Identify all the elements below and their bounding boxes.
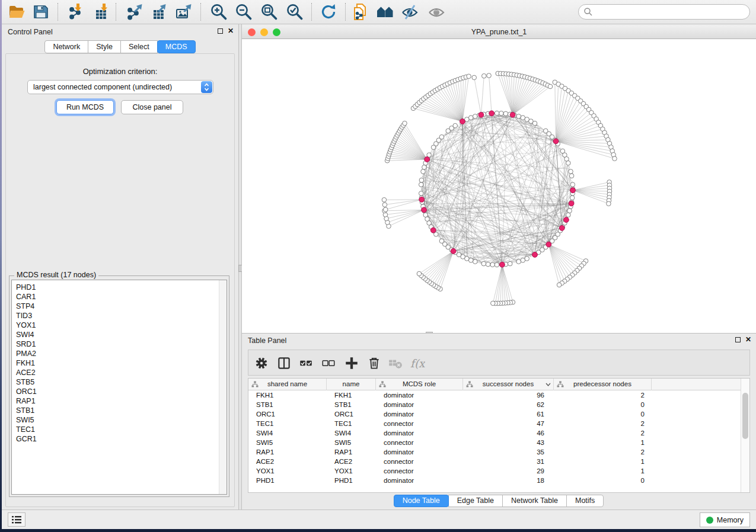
table-cell[interactable]: FKH1 [327,390,376,400]
mcds-result-item[interactable]: PHD1 [16,283,227,292]
export-network-icon[interactable] [125,2,143,21]
table-cell[interactable]: 43 [463,438,554,447]
table-cell[interactable]: YOX1 [248,466,327,476]
table-cell[interactable]: TEC1 [327,419,376,428]
table-cell[interactable]: dominator [376,400,463,409]
zoom-selected-icon[interactable] [285,2,304,21]
table-cell[interactable]: 35 [463,447,554,457]
delete-columns-icon[interactable] [366,355,382,371]
task-history-button[interactable] [8,512,25,527]
tab-mcds[interactable]: MCDS [157,40,196,53]
table-row[interactable]: TEC1TEC1connector472 [248,419,741,428]
hide-selected-icon[interactable] [400,2,419,21]
close-table-panel-icon[interactable]: ✕ [745,336,751,342]
table-cell[interactable]: dominator [376,447,463,457]
table-cell[interactable]: dominator [376,390,463,400]
table-cell[interactable]: 1 [554,438,652,447]
mcds-result-item[interactable]: SRD1 [16,339,227,349]
table-cell[interactable]: 2 [554,428,652,438]
table-cell[interactable]: RAP1 [327,447,376,457]
table-row[interactable]: SWI5SWI5connector431 [248,438,741,447]
select-all-icon[interactable] [298,355,314,371]
mcds-result-item[interactable]: RAP1 [16,396,227,406]
export-image-icon[interactable] [174,2,193,21]
table-cell[interactable]: 2 [554,419,652,428]
deselect-all-icon[interactable] [321,355,336,371]
mcds-result-item[interactable]: CAR1 [16,292,227,302]
add-column-icon[interactable] [344,355,359,371]
table-cell[interactable]: PHD1 [327,476,376,485]
table-cell[interactable]: connector [376,466,463,476]
import-table-icon[interactable] [91,2,110,21]
table-cell[interactable]: 29 [463,466,554,476]
close-panel-icon[interactable]: ✕ [228,28,234,34]
optimization-dropdown[interactable]: largest connected component (undirected) [27,80,213,94]
column-header-MCDS-role[interactable]: MCDS role [376,379,463,390]
table-mode-gear-icon[interactable] [254,355,269,371]
mcds-result-item[interactable]: ORC1 [16,387,227,396]
show-hidden-icon[interactable] [427,2,446,21]
column-header-successor-nodes[interactable]: successor nodes [463,379,554,390]
search-input[interactable] [578,4,750,20]
table-cell[interactable]: 62 [463,400,554,409]
table-cell[interactable]: TEC1 [248,419,327,428]
table-cell[interactable]: PHD1 [248,476,327,485]
table-cell[interactable]: RAP1 [248,447,327,457]
open-session-icon[interactable] [7,2,26,21]
save-session-icon[interactable] [31,2,50,21]
table-cell[interactable]: dominator [376,409,463,419]
table-cell[interactable]: dominator [376,476,463,485]
memory-button[interactable]: Memory [700,512,750,527]
table-cell[interactable]: SWI4 [327,428,376,438]
table-row[interactable]: ACE2ACE2connector311 [248,457,741,466]
table-cell[interactable]: 31 [463,457,554,466]
table-row[interactable]: SWI4SWI4dominator462 [248,428,741,438]
table-row[interactable]: STB1STB1dominator620 [248,400,741,409]
network-view[interactable] [242,39,756,333]
mcds-result-item[interactable]: SWI5 [16,415,227,425]
mcds-result-item[interactable]: PMA2 [16,349,227,358]
table-cell[interactable]: SWI4 [248,428,327,438]
table-cell[interactable]: 2 [554,390,652,400]
float-table-panel-icon[interactable] [735,337,741,342]
table-cell[interactable]: 1 [554,466,652,476]
table-cell[interactable]: ORC1 [327,409,376,419]
tab-edge-table[interactable]: Edge Table [448,495,503,507]
mcds-list-scrollbar[interactable] [219,280,227,494]
table-cell[interactable]: 47 [463,419,554,428]
search-field[interactable] [593,8,749,16]
table-row[interactable]: FKH1FKH1dominator962 [248,390,741,400]
zoom-fit-icon[interactable] [260,2,279,21]
mcds-result-item[interactable]: TEC1 [16,425,227,434]
table-cell[interactable]: STB1 [248,400,327,409]
network-window-titlebar[interactable]: YPA_prune.txt_1 [242,25,756,39]
column-header-predecessor-nodes[interactable]: predecessor nodes [554,379,652,390]
table-scrollbar-thumb[interactable] [742,393,748,439]
run-mcds-button[interactable]: Run MCDS [56,100,114,114]
refresh-icon[interactable] [319,2,338,21]
zoom-out-icon[interactable] [234,2,253,21]
table-row[interactable]: ORC1ORC1dominator610 [248,409,741,419]
table-cell[interactable]: 2 [554,447,652,457]
zoom-in-icon[interactable] [209,2,228,21]
tab-network-table[interactable]: Network Table [502,495,567,507]
mcds-result-item[interactable]: SWI4 [16,330,227,339]
mcds-result-list[interactable]: PHD1CAR1STP4TID3YOX1SWI4SRD1PMA2FKH1ACE2… [11,280,227,495]
table-cell[interactable]: dominator [376,428,463,438]
table-cell[interactable]: 0 [554,476,652,485]
mcds-result-item[interactable]: STB1 [16,406,227,415]
export-table-icon[interactable] [148,2,167,21]
table-cell[interactable]: connector [376,419,463,428]
table-cell[interactable]: 0 [554,400,652,409]
mcds-result-item[interactable]: STP4 [16,302,227,311]
table-row[interactable]: YOX1YOX1connector291 [248,466,741,476]
table-scrollbar[interactable] [741,379,749,492]
table-cell[interactable]: SWI5 [248,438,327,447]
table-cell[interactable]: YOX1 [327,466,376,476]
show-columns-icon[interactable] [276,355,292,371]
clone-network-icon[interactable] [350,2,369,21]
first-neighbors-icon[interactable] [375,2,394,21]
column-header-name[interactable]: name [327,379,376,390]
mcds-result-item[interactable]: ACE2 [16,368,227,377]
close-panel-button[interactable]: Close panel [121,100,183,114]
